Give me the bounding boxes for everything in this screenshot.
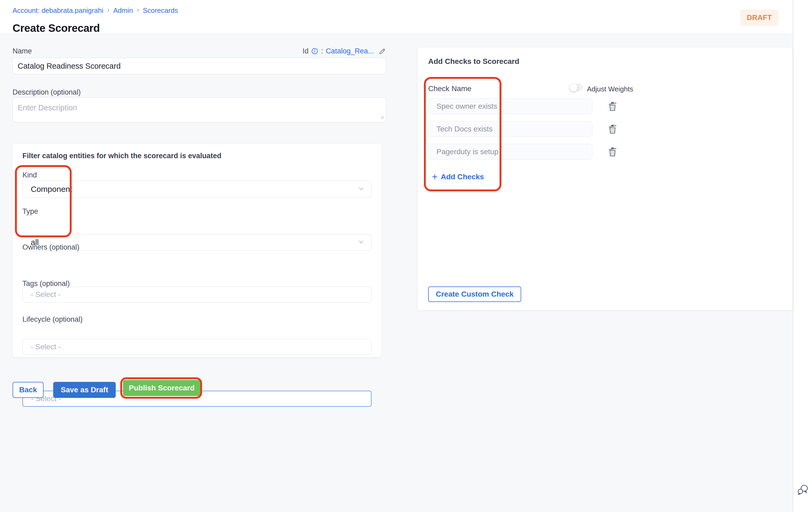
add-checks-title: Add Checks to Scorecard	[428, 57, 519, 66]
id-label: Id	[302, 47, 309, 55]
description-label: Description (optional)	[12, 88, 81, 96]
lifecycle-label: Lifecycle (optional)	[23, 315, 83, 324]
trash-icon	[607, 131, 618, 135]
name-field-wrap	[12, 58, 386, 74]
page-title: Create Scorecard	[12, 22, 100, 34]
adjust-weights-toggle[interactable]	[570, 84, 583, 91]
info-icon[interactable]	[311, 48, 318, 55]
check-row: Pagerduty is setup	[428, 144, 631, 159]
check-name-text: Pagerduty is setup	[436, 148, 498, 156]
check-name-column-header: Check Name	[428, 85, 471, 93]
breadcrumb: Account: debabrata.panigrahi › Admin › S…	[12, 6, 178, 15]
delete-check-button[interactable]	[607, 123, 618, 135]
status-badge-draft: DRAFT	[740, 9, 779, 26]
breadcrumb-admin-link[interactable]: Admin	[113, 6, 133, 15]
chat-bubbles-icon	[796, 492, 809, 496]
add-checks-link[interactable]: + Add Checks	[432, 173, 484, 181]
create-scorecard-page: Account: debabrata.panigrahi › Admin › S…	[0, 0, 812, 512]
scorecard-id-row: Id : Catalog_Rea...	[302, 47, 386, 55]
name-label: Name	[12, 47, 32, 55]
kind-select[interactable]: Component	[23, 181, 372, 198]
scrollbar-gutter	[793, 0, 812, 512]
kind-label: Kind	[23, 171, 37, 179]
breadcrumb-scorecards-link[interactable]: Scorecards	[143, 6, 178, 15]
owners-select[interactable]: - Select -	[23, 287, 372, 302]
tags-label: Tags (optional)	[23, 279, 70, 288]
filter-section-title: Filter catalog entities for which the sc…	[23, 152, 221, 160]
add-checks-label: Add Checks	[441, 173, 484, 181]
edit-id-pencil-icon[interactable]	[378, 47, 386, 55]
scorecard-id-link[interactable]: Catalog_Rea...	[326, 47, 374, 55]
tags-select[interactable]: - Select -	[23, 339, 372, 355]
name-input[interactable]	[12, 58, 386, 74]
check-name-input[interactable]: Pagerduty is setup	[428, 144, 592, 159]
trash-icon	[607, 109, 618, 113]
type-label: Type	[23, 207, 38, 216]
chevron-down-icon	[357, 238, 366, 247]
save-as-draft-button[interactable]: Save as Draft	[53, 382, 116, 398]
check-row: Tech Docs exists	[428, 121, 631, 137]
breadcrumb-account-link[interactable]: Account: debabrata.panigrahi	[12, 6, 104, 15]
check-rows-list: Spec owner exists Tech Docs exists	[428, 98, 631, 167]
chat-help-button[interactable]	[796, 484, 809, 496]
check-name-input[interactable]: Tech Docs exists	[428, 121, 592, 137]
trash-icon	[607, 154, 618, 158]
description-textarea[interactable]	[12, 97, 386, 122]
check-row: Spec owner exists	[428, 98, 631, 114]
chevron-down-icon	[357, 184, 366, 194]
back-button[interactable]: Back	[12, 382, 44, 398]
check-name-text: Spec owner exists	[436, 102, 497, 111]
breadcrumb-separator: ›	[107, 6, 110, 15]
breadcrumb-separator: ›	[137, 6, 139, 15]
tags-select-placeholder: - Select -	[31, 342, 61, 351]
create-custom-check-button[interactable]: Create Custom Check	[428, 287, 521, 302]
owners-label: Owners (optional)	[23, 243, 79, 251]
delete-check-button[interactable]	[607, 146, 618, 157]
delete-check-button[interactable]	[607, 101, 618, 112]
adjust-weights-label: Adjust Weights	[587, 85, 633, 93]
check-name-text: Tech Docs exists	[436, 125, 493, 133]
check-name-input[interactable]: Spec owner exists	[428, 98, 592, 114]
page-header	[0, 0, 793, 34]
publish-scorecard-button[interactable]: Publish Scorecard	[123, 380, 200, 396]
description-field-wrap	[12, 97, 386, 122]
toggle-knob	[570, 83, 578, 92]
id-colon: :	[321, 47, 323, 55]
kind-select-value: Component	[31, 185, 72, 194]
plus-icon: +	[432, 173, 438, 181]
owners-select-placeholder: - Select -	[31, 290, 61, 299]
